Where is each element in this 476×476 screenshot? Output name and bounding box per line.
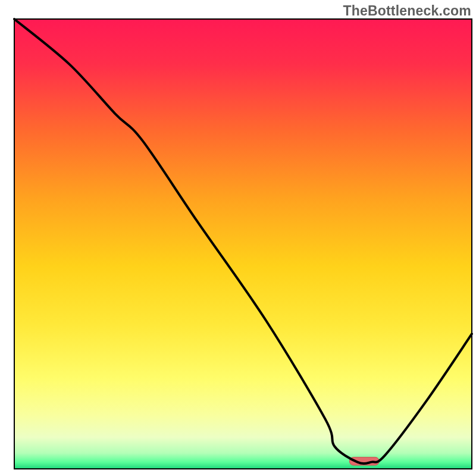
- chart-container: TheBottleneck.com: [0, 0, 476, 476]
- plot-background: [14, 19, 472, 469]
- bottleneck-chart: [0, 0, 476, 476]
- watermark-text: TheBottleneck.com: [343, 3, 471, 19]
